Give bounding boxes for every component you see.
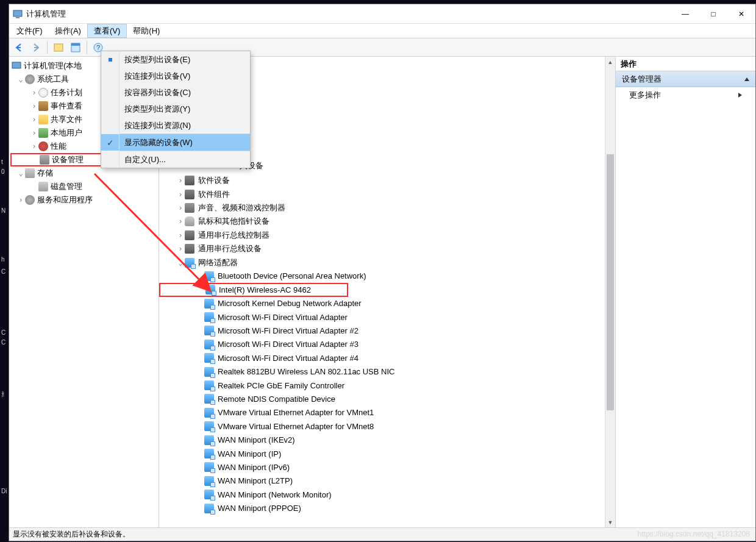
adapter-label: Microsoft Kernel Debug Network Adapter	[218, 299, 362, 308]
expand-icon[interactable]: ›	[176, 217, 185, 226]
adapter-label: WAN Miniport (PPPOE)	[218, 504, 301, 513]
adapter-item[interactable]: VMware Virtual Ethernet Adapter for VMne…	[159, 406, 615, 419]
adapter-item[interactable]: Microsoft Wi-Fi Direct Virtual Adapter #…	[159, 324, 615, 337]
more-actions[interactable]: 更多操作	[616, 87, 755, 103]
dd-show-hidden[interactable]: ✓显示隐藏的设备(W)	[101, 134, 250, 151]
adapter-label: VMware Virtual Ethernet Adapter for VMne…	[218, 422, 374, 431]
expand-icon[interactable]: ›	[176, 190, 185, 199]
adapter-item[interactable]: Microsoft Wi-Fi Direct Virtual Adapter	[159, 310, 615, 324]
tree-device-manager[interactable]: 设备管理	[10, 153, 108, 166]
menu-view[interactable]: 查看(V)	[87, 24, 127, 38]
toolbar-separator	[87, 41, 87, 54]
adapter-item[interactable]: Microsoft Wi-Fi Direct Virtual Adapter #…	[159, 351, 615, 365]
category-network-adapters[interactable]: ⌄网络适配器	[159, 255, 615, 269]
adapter-item[interactable]: WAN Miniport (IP)	[159, 447, 615, 460]
bullet-icon	[109, 58, 112, 62]
nic-icon	[204, 340, 214, 349]
tree-disk-management[interactable]: 磁盘管理	[10, 180, 157, 193]
maximize-button[interactable]: □	[699, 4, 727, 24]
app-icon	[13, 9, 23, 19]
tree-services-apps[interactable]: › 服务和应用程序	[10, 193, 157, 207]
tree-label: 服务和应用程序	[37, 194, 93, 205]
expand-icon[interactable]: ›	[30, 115, 38, 124]
toolbar-separator	[47, 41, 48, 54]
category-usb-devices[interactable]: ›通用串行总线设备	[159, 242, 615, 255]
vertical-scrollbar[interactable]: ▲ ▼	[605, 57, 615, 527]
adapter-item[interactable]: Bluetooth Device (Personal Area Network)	[159, 269, 615, 283]
expand-icon[interactable]: ›	[176, 231, 185, 240]
titlebar[interactable]: 计算机管理 — □ ✕	[9, 4, 755, 24]
adapter-label: Remote NDIS Compatible Device	[218, 394, 335, 404]
desktop-fragment: C	[1, 268, 5, 275]
window-title: 计算机管理	[26, 9, 671, 20]
dd-by-conn-resource[interactable]: 按连接列出资源(N)	[101, 117, 250, 134]
desktop-fragment: 0	[1, 168, 5, 175]
expand-icon[interactable]: ›	[30, 102, 38, 110]
adapter-item[interactable]: Microsoft Kernel Debug Network Adapter	[159, 297, 615, 310]
watermark: https://blog.csdn.net/qq_41813208	[638, 530, 750, 538]
mouse-icon	[185, 216, 194, 226]
expand-icon[interactable]: ›	[30, 129, 38, 137]
computer-management-window: 计算机管理 — □ ✕ 文件(F) 操作(A) 查看(V) 帮助(H) ? 计算…	[9, 4, 756, 541]
adapter-label: Microsoft Wi-Fi Direct Virtual Adapter #…	[218, 340, 358, 349]
adapter-item[interactable]: WAN Miniport (L2TP)	[159, 474, 615, 488]
expand-icon[interactable]: ›	[176, 244, 185, 253]
category-sound[interactable]: ›声音、视频和游戏控制器	[159, 201, 615, 215]
usb-icon	[185, 244, 194, 254]
adapter-item-intel-wireless[interactable]: Intel(R) Wireless-AC 9462	[159, 283, 348, 296]
adapter-item[interactable]: Microsoft Wi-Fi Direct Virtual Adapter #…	[159, 338, 615, 351]
tree-label: 共享文件	[51, 114, 82, 125]
adapter-item[interactable]: VMware Virtual Ethernet Adapter for VMne…	[159, 419, 615, 433]
dd-by-type-resource[interactable]: 按类型列出资源(Y)	[101, 101, 250, 117]
desktop-fragment: t	[1, 159, 3, 165]
menu-help[interactable]: 帮助(H)	[127, 24, 166, 38]
show-hide-tree-button[interactable]	[51, 40, 66, 55]
category-usb-controllers[interactable]: ›通用串行总线控制器	[159, 229, 615, 242]
minimize-button[interactable]: —	[671, 4, 699, 24]
adapter-item[interactable]: Realtek 8812BU Wireless LAN 802.11ac USB…	[159, 365, 615, 378]
dd-by-container-device[interactable]: 按容器列出设备(C)	[101, 84, 250, 101]
expand-icon[interactable]: ›	[16, 196, 25, 204]
category-software-components[interactable]: ›软件组件	[159, 187, 615, 201]
menu-action[interactable]: 操作(A)	[49, 24, 87, 38]
dd-customize[interactable]: 自定义(U)...	[101, 151, 250, 168]
properties-icon	[70, 42, 81, 53]
dd-by-type-device[interactable]: 按类型列出设备(E)	[101, 51, 250, 68]
adapter-item[interactable]: WAN Miniport (IPv6)	[159, 460, 615, 474]
menu-file[interactable]: 文件(F)	[10, 24, 49, 38]
expand-icon[interactable]: ›	[176, 176, 185, 185]
properties-button[interactable]	[68, 40, 83, 55]
storage-icon	[25, 168, 35, 178]
scrollbar-thumb[interactable]	[607, 154, 614, 410]
category-mouse[interactable]: ›鼠标和其他指针设备	[159, 215, 615, 228]
folder-tree-icon	[53, 42, 64, 53]
adapter-item[interactable]: Remote NDIS Compatible Device	[159, 392, 615, 405]
tree-label: 存储	[37, 168, 53, 179]
expand-icon[interactable]: ›	[176, 204, 185, 212]
nic-icon	[204, 476, 214, 486]
expand-icon[interactable]: ›	[30, 88, 38, 97]
close-button[interactable]: ✕	[727, 4, 755, 24]
tree-label: 任务计划	[51, 87, 82, 98]
collapse-icon[interactable]: ⌄	[16, 75, 25, 84]
adapter-item[interactable]: WAN Miniport (PPPOE)	[159, 501, 615, 515]
svg-rect-1	[16, 17, 20, 18]
actions-section[interactable]: 设备管理器	[616, 71, 755, 87]
scroll-down-button[interactable]: ▼	[605, 517, 615, 527]
tree-storage[interactable]: ⌄ 存储	[10, 166, 157, 180]
collapse-icon[interactable]: ⌄	[176, 259, 185, 267]
adapter-item[interactable]: WAN Miniport (IKEv2)	[159, 433, 615, 446]
collapse-icon[interactable]: ⌄	[16, 169, 25, 177]
nav-forward-button[interactable]	[29, 40, 43, 55]
adapter-item[interactable]: Realtek PCIe GbE Family Controller	[159, 379, 615, 392]
expand-icon[interactable]: ›	[30, 142, 38, 151]
network-icon	[185, 258, 194, 268]
scroll-up-button[interactable]: ▲	[605, 57, 615, 67]
tree-label: 本地用户	[51, 127, 82, 138]
category-software-devices[interactable]: ›软件设备	[159, 174, 615, 187]
nav-back-button[interactable]	[12, 40, 26, 55]
category-label: 网络适配器	[198, 257, 238, 268]
users-icon	[38, 128, 48, 138]
dd-by-conn-device[interactable]: 按连接列出设备(V)	[101, 68, 250, 84]
adapter-item[interactable]: WAN Miniport (Network Monitor)	[159, 488, 615, 501]
